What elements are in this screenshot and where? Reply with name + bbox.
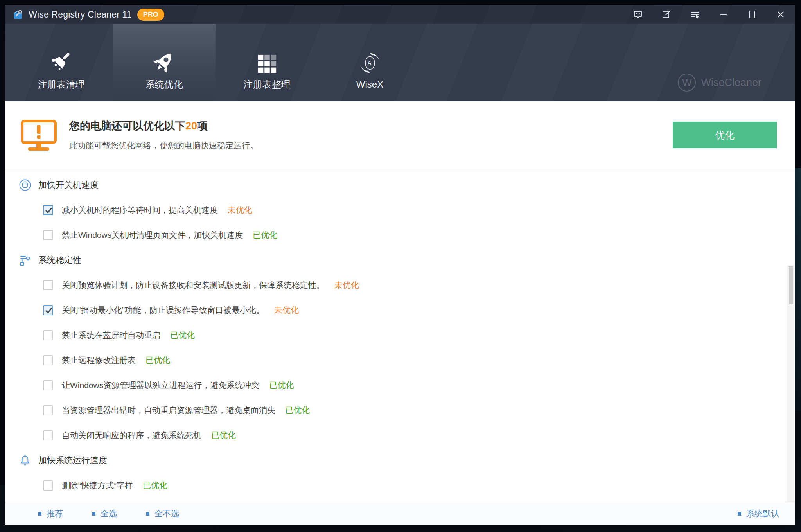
- checkbox-unchecked[interactable]: [43, 405, 53, 415]
- wisecleaner-brand: W WiseCleaner: [678, 74, 761, 92]
- list-item: 禁止远程修改注册表已优化: [19, 348, 795, 373]
- pro-badge: PRO: [137, 9, 164, 21]
- menu-icon[interactable]: [681, 5, 709, 24]
- item-text: 禁止Windows关机时清理页面文件，加快关机速度: [62, 230, 243, 241]
- status-label: 已优化: [285, 405, 310, 416]
- app-window: Wise Registry Cleaner 11 PRO: [5, 5, 795, 525]
- list-item: 当资源管理器出错时，自动重启资源管理器，避免桌面消失已优化: [19, 398, 795, 423]
- item-text: 减小关机时的程序等待时间，提高关机速度: [62, 205, 218, 216]
- wisecleaner-brand-label: WiseCleaner: [701, 77, 761, 89]
- status-label: 已优化: [211, 430, 236, 441]
- minimize-icon[interactable]: [709, 5, 738, 24]
- checkbox-checked[interactable]: [43, 305, 53, 315]
- tweak-list: 加快开关机速度减小关机时的程序等待时间，提高关机速度未优化禁止Windows关机…: [5, 169, 795, 502]
- checkbox-unchecked[interactable]: [43, 430, 53, 440]
- footer-link-select-none[interactable]: 全不选: [146, 508, 179, 519]
- section-header: 加快开关机速度: [19, 173, 795, 198]
- item-text: 删除“快捷方式”字样: [62, 480, 133, 491]
- optimizable-count: 20: [185, 120, 197, 132]
- list-item: 自动关闭无响应的程序，避免系统死机已优化: [19, 423, 795, 448]
- checkup-report-icon[interactable]: [652, 5, 681, 24]
- footer-link-label: 全不选: [154, 508, 179, 519]
- app-logo-icon: [12, 9, 24, 20]
- list-item: 关闭“摇动最小化”功能，防止误操作导致窗口被最小化。未优化: [19, 298, 795, 323]
- wisecleaner-logo-icon: W: [678, 74, 696, 92]
- footer-link-recommend[interactable]: 推荐: [38, 508, 63, 519]
- speed-bell-icon: [19, 454, 31, 467]
- broom-icon: [49, 49, 74, 74]
- item-text: 让Windows资源管理器以独立进程运行，避免系统冲突: [62, 380, 259, 391]
- maximize-icon[interactable]: [738, 5, 766, 24]
- section-title: 加快开关机速度: [38, 179, 99, 191]
- wisex-ai-icon: Ai: [359, 49, 381, 74]
- titlebar: Wise Registry Cleaner 11 PRO: [5, 5, 795, 24]
- status-label: 未优化: [228, 205, 252, 216]
- checkbox-unchecked[interactable]: [43, 280, 53, 290]
- feedback-bubble-icon[interactable]: [623, 5, 652, 24]
- tab-label: WiseX: [356, 80, 383, 89]
- list-item: 让Windows资源管理器以独立进程运行，避免系统冲突已优化: [19, 373, 795, 398]
- footer-link-label: 推荐: [47, 508, 63, 519]
- square-bullet-icon: [738, 512, 741, 516]
- section-header: 系统稳定性: [19, 248, 795, 273]
- tab-label: 注册表整理: [244, 80, 291, 89]
- list-item: 禁止Windows关机时清理页面文件，加快关机速度已优化: [19, 223, 795, 248]
- tab-system-tuneup[interactable]: 系统优化: [113, 24, 216, 101]
- list-item: 关闭预览体验计划，防止设备接收和安装测试版更新，保障系统稳定性。未优化: [19, 273, 795, 298]
- summary-subtitle: 此功能可帮您优化网络，使您的电脑快速稳定运行。: [69, 140, 258, 151]
- section-title: 加快系统运行速度: [38, 455, 107, 466]
- footer-link-system-default[interactable]: 系统默认: [738, 508, 779, 519]
- footer-bar: 推荐全选全不选 系统默认: [5, 502, 795, 525]
- monitor-alert-icon: [21, 120, 57, 151]
- square-bullet-icon: [146, 512, 149, 516]
- titlebar-buttons: [623, 5, 795, 24]
- checkbox-unchecked[interactable]: [43, 355, 53, 365]
- status-label: 未优化: [274, 305, 299, 316]
- section-header: 加快系统运行速度: [19, 448, 795, 473]
- defrag-grid-icon: [257, 49, 278, 74]
- item-text: 关闭“摇动最小化”功能，防止误操作导致窗口被最小化。: [62, 305, 264, 316]
- summary-text: 您的电脑还可以优化以下20项 此功能可帮您优化网络，使您的电脑快速稳定运行。: [69, 119, 258, 151]
- nav-tabs: 注册表清理 系统优化: [10, 24, 421, 101]
- scrollbar-thumb[interactable]: [789, 266, 793, 304]
- footer-link-label: 全选: [101, 508, 117, 519]
- square-bullet-icon: [38, 512, 41, 516]
- checkbox-unchecked[interactable]: [43, 480, 53, 491]
- scrollbar-track[interactable]: [788, 265, 794, 502]
- power-icon: [19, 179, 31, 191]
- footer-link-select-all[interactable]: 全选: [92, 508, 117, 519]
- desktop-wallpaper-strip: [795, 168, 801, 411]
- checkbox-unchecked[interactable]: [43, 330, 53, 340]
- status-label: 已优化: [170, 330, 195, 341]
- stability-icon: [19, 254, 31, 266]
- status-label: 已优化: [253, 230, 277, 241]
- square-bullet-icon: [92, 512, 95, 516]
- summary-header: 您的电脑还可以优化以下20项 此功能可帮您优化网络，使您的电脑快速稳定运行。 优…: [5, 101, 795, 169]
- checkbox-unchecked[interactable]: [43, 380, 53, 390]
- svg-text:Ai: Ai: [367, 60, 372, 66]
- status-label: 未优化: [334, 280, 359, 291]
- item-text: 关闭预览体验计划，防止设备接收和安装测试版更新，保障系统稳定性。: [62, 280, 325, 291]
- item-text: 禁止系统在蓝屏时自动重启: [62, 330, 160, 341]
- close-icon[interactable]: [766, 5, 795, 24]
- item-text: 当资源管理器出错时，自动重启资源管理器，避免桌面消失: [62, 405, 275, 416]
- checkbox-checked[interactable]: [43, 205, 53, 215]
- summary-title: 您的电脑还可以优化以下20项: [69, 119, 258, 133]
- tab-wisex[interactable]: Ai WiseX: [318, 24, 421, 101]
- footer-right-links: 系统默认: [738, 508, 779, 519]
- main-nav: 注册表清理 系统优化: [5, 24, 795, 101]
- tab-label: 系统优化: [145, 80, 183, 89]
- status-label: 已优化: [145, 355, 170, 366]
- list-item: 减小关机时的程序等待时间，提高关机速度未优化: [19, 198, 795, 223]
- tab-label: 注册表清理: [38, 80, 85, 89]
- rocket-icon: [152, 49, 177, 74]
- item-text: 禁止远程修改注册表: [62, 355, 136, 366]
- list-item: 禁止系统在蓝屏时自动重启已优化: [19, 323, 795, 348]
- status-label: 已优化: [269, 380, 294, 391]
- item-text: 自动关闭无响应的程序，避免系统死机: [62, 430, 201, 441]
- tab-registry-defrag[interactable]: 注册表整理: [216, 24, 318, 101]
- tab-registry-cleaner[interactable]: 注册表清理: [10, 24, 113, 101]
- optimize-button[interactable]: 优化: [673, 122, 777, 148]
- checkbox-unchecked[interactable]: [43, 230, 53, 240]
- status-label: 已优化: [143, 480, 167, 491]
